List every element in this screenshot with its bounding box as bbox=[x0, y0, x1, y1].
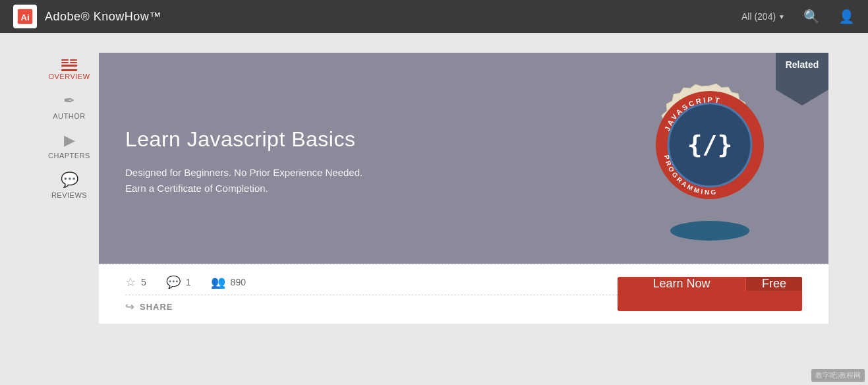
badge-container: {/} JAVASCRIPT PROGRAMMING bbox=[618, 82, 802, 241]
sidebar: OVERVIEW ✒ AUTHOR ▶ CHAPTERS 💬 REVIEWS bbox=[40, 53, 99, 324]
sidebar-item-overview[interactable]: OVERVIEW bbox=[43, 59, 96, 80]
card-text: Learn Javascript Basics Designed for Beg… bbox=[125, 127, 618, 196]
badge-gear-svg: {/} JAVASCRIPT PROGRAMMING bbox=[644, 82, 776, 214]
filter-dropdown[interactable]: All (204) ▼ bbox=[741, 11, 785, 22]
overview-icon bbox=[61, 59, 77, 73]
reviews-label: REVIEWS bbox=[51, 191, 87, 199]
svg-text:{/}: {/} bbox=[687, 130, 733, 159]
filter-label: All (204) bbox=[741, 11, 776, 22]
course-title: Learn Javascript Basics bbox=[125, 127, 618, 152]
comment-icon: 💬 bbox=[166, 275, 181, 289]
students-value: 890 bbox=[231, 277, 246, 287]
rating-stat: ☆ 5 bbox=[125, 275, 146, 289]
learn-now-button[interactable]: Learn Now Free bbox=[618, 277, 802, 311]
sidebar-item-author[interactable]: ✒ AUTHOR bbox=[43, 92, 96, 120]
author-icon: ✒ bbox=[63, 92, 75, 109]
search-icon[interactable]: 🔍 bbox=[803, 9, 820, 24]
students-stat: 👥 890 bbox=[211, 275, 246, 289]
svg-text:Ai: Ai bbox=[20, 13, 29, 22]
header-title: Adobe® KnowHow™ bbox=[45, 10, 161, 24]
badge-shadow bbox=[670, 221, 749, 241]
chevron-down-icon: ▼ bbox=[778, 13, 785, 20]
free-label: Free bbox=[745, 277, 802, 291]
reviews-icon: 💬 bbox=[61, 171, 78, 189]
card-stats: ☆ 5 💬 1 👥 890 bbox=[125, 275, 618, 289]
star-icon: ☆ bbox=[125, 275, 136, 289]
chapters-icon: ▶ bbox=[64, 132, 75, 149]
card-bottom: ☆ 5 💬 1 👥 890 bbox=[99, 264, 828, 324]
watermark: 教字吧|教程网 bbox=[811, 369, 865, 382]
share-button[interactable]: ↪ SHARE bbox=[125, 301, 618, 313]
user-icon[interactable]: 👤 bbox=[838, 9, 855, 24]
main-content: OVERVIEW ✒ AUTHOR ▶ CHAPTERS 💬 REVIEWS R… bbox=[0, 33, 868, 343]
card: Learn Javascript Basics Designed for Beg… bbox=[99, 53, 828, 324]
stats-share: ☆ 5 💬 1 👥 890 bbox=[125, 275, 618, 313]
card-bottom-inner: ☆ 5 💬 1 👥 890 bbox=[125, 275, 802, 313]
sidebar-item-chapters[interactable]: ▶ CHAPTERS bbox=[43, 132, 96, 160]
overview-label: OVERVIEW bbox=[48, 73, 90, 80]
share-label: SHARE bbox=[140, 302, 173, 312]
rating-value: 5 bbox=[141, 277, 146, 287]
author-label: AUTHOR bbox=[53, 112, 85, 120]
course-card: Related Learn Javascript Basics Designed… bbox=[99, 53, 828, 324]
comments-value: 1 bbox=[186, 277, 191, 287]
course-description: Designed for Beginners. No Prior Experie… bbox=[125, 165, 618, 196]
comments-stat: 💬 1 bbox=[166, 275, 191, 289]
share-icon: ↪ bbox=[125, 301, 134, 313]
chapters-label: CHAPTERS bbox=[48, 152, 90, 160]
sidebar-item-reviews[interactable]: 💬 REVIEWS bbox=[43, 171, 96, 199]
students-icon: 👥 bbox=[211, 275, 225, 289]
learn-now-label: Learn Now bbox=[618, 277, 745, 291]
card-top: Learn Javascript Basics Designed for Beg… bbox=[99, 53, 828, 264]
header: Ai Adobe® KnowHow™ All (204) ▼ 🔍 👤 bbox=[0, 0, 868, 33]
stat-divider bbox=[125, 295, 618, 295]
course-badge: {/} JAVASCRIPT PROGRAMMING bbox=[637, 82, 782, 241]
adobe-logo-icon: Ai bbox=[13, 5, 37, 28]
related-label: Related bbox=[786, 59, 819, 70]
